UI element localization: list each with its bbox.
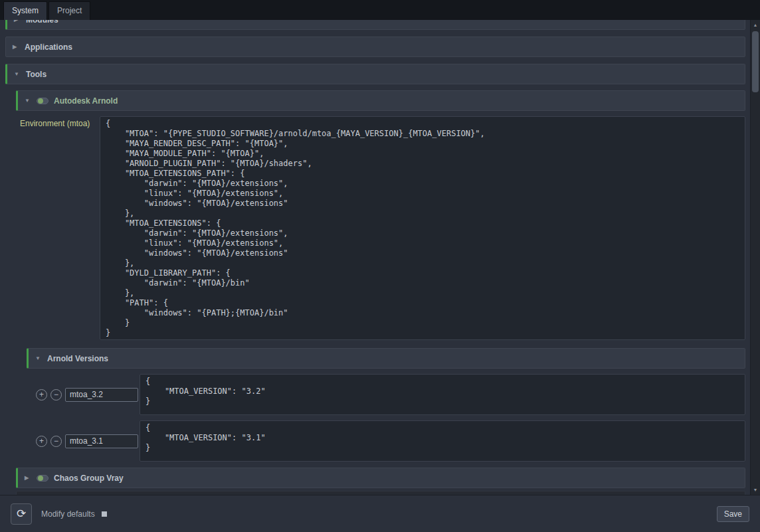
scroll-up-arrow-icon[interactable]: ▲: [751, 20, 760, 30]
refresh-button[interactable]: ⟳: [11, 503, 32, 525]
enabled-toggle-icon[interactable]: [37, 98, 48, 104]
modify-defaults-label: Modify defaults: [41, 509, 95, 519]
footer-bar: ⟳ Modify defaults Save: [0, 495, 760, 532]
section-header-tools[interactable]: ▼ Tools: [5, 64, 745, 84]
tools-section-content: ▼ Autodesk Arnold Environment (mtoa) { "…: [16, 90, 745, 495]
scrollbar-thumb[interactable]: [752, 31, 759, 92]
settings-scroll-area: ▶ Modules ▶ Applications ▼ Tools ▼ Autod…: [0, 20, 750, 495]
version-row: + − { "MTOA_VERSION": "3.2" }: [36, 374, 745, 415]
version-row: + − { "MTOA_VERSION": "3.1" }: [36, 420, 745, 462]
chevron-right-icon: ▶: [25, 475, 31, 481]
version-json-editor[interactable]: { "MTOA_VERSION": "3.2" }: [140, 374, 745, 415]
refresh-icon: ⟳: [17, 507, 26, 520]
chevron-down-icon: ▼: [25, 98, 31, 104]
section-label: Modules: [26, 20, 58, 25]
group-label: Autodesk Arnold: [54, 96, 118, 106]
tab-bar: System Project: [0, 0, 760, 20]
version-json-editor[interactable]: { "MTOA_VERSION": "3.1" }: [140, 420, 745, 462]
remove-version-button[interactable]: −: [50, 389, 62, 400]
add-version-button[interactable]: +: [36, 389, 47, 400]
vertical-scrollbar[interactable]: ▲ ▼: [750, 20, 760, 495]
save-button[interactable]: Save: [717, 506, 749, 522]
tab-project[interactable]: Project: [48, 1, 90, 20]
version-name-input[interactable]: [65, 388, 138, 402]
environment-field-row: Environment (mtoa) { "MTOA": "{PYPE_STUD…: [16, 116, 745, 340]
version-row-controls: + −: [36, 374, 140, 415]
tab-system[interactable]: System: [3, 1, 47, 20]
chevron-down-icon: ▼: [14, 71, 21, 77]
settings-window: System Project ▶ Modules ▶ Applications …: [0, 0, 760, 532]
group-header-arnold-versions[interactable]: ▼ Arnold Versions: [27, 348, 745, 369]
modify-defaults-checkbox[interactable]: [102, 511, 107, 517]
clipped-section-header: [16, 491, 745, 495]
section-label: Tools: [26, 70, 47, 79]
group-label: Chaos Group Vray: [54, 474, 124, 483]
enabled-toggle-icon[interactable]: [37, 475, 48, 482]
section-header-applications[interactable]: ▶ Applications: [5, 37, 745, 57]
add-version-button[interactable]: +: [36, 436, 47, 447]
group-header-autodesk-arnold[interactable]: ▼ Autodesk Arnold: [16, 90, 745, 111]
group-label: Arnold Versions: [47, 354, 108, 363]
settings-body: ▶ Modules ▶ Applications ▼ Tools ▼ Autod…: [0, 20, 760, 495]
chevron-right-icon: ▶: [14, 20, 21, 23]
environment-label: Environment (mtoa): [16, 116, 100, 128]
remove-version-button[interactable]: −: [50, 436, 62, 447]
scroll-down-arrow-icon[interactable]: ▼: [751, 485, 760, 495]
chevron-down-icon: ▼: [35, 355, 42, 361]
section-label: Applications: [25, 43, 72, 52]
section-header-modules[interactable]: ▶ Modules: [5, 20, 745, 30]
environment-editor[interactable]: { "MTOA": "{PYPE_STUDIO_SOFTWARE}/arnold…: [100, 116, 745, 340]
version-row-controls: + −: [36, 420, 140, 462]
group-header-chaos-group-vray[interactable]: ▶ Chaos Group Vray: [16, 468, 745, 488]
scrollbar-track[interactable]: [751, 30, 760, 485]
version-name-input[interactable]: [65, 434, 138, 448]
chevron-right-icon: ▶: [13, 44, 19, 50]
